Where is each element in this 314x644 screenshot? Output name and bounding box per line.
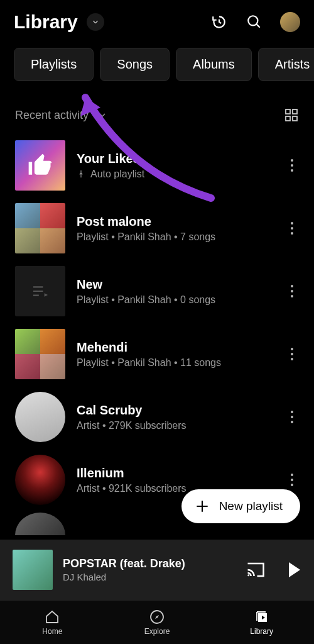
more-button[interactable] bbox=[285, 474, 299, 486]
thumbnail bbox=[15, 513, 65, 535]
list-item[interactable]: Mehendi Playlist • Pankil Shah • 11 song… bbox=[0, 323, 314, 386]
thumbs-up-icon bbox=[26, 152, 54, 179]
plus-icon bbox=[194, 498, 210, 514]
item-title: Your Likes bbox=[77, 152, 274, 166]
item-subtitle: Playlist • Pankil Shah • 0 songs bbox=[77, 294, 274, 306]
mini-player-info: POPSTAR (feat. Drake) DJ Khaled bbox=[63, 557, 236, 582]
grid-icon bbox=[284, 108, 299, 123]
nav-home[interactable]: Home bbox=[0, 601, 105, 644]
page-title: Library bbox=[14, 11, 78, 33]
svg-rect-1 bbox=[286, 109, 290, 114]
avatar[interactable] bbox=[280, 12, 300, 32]
bottom-nav: Home Explore Library bbox=[0, 600, 314, 644]
list-item[interactable]: Post malone Playlist • Pankil Shah • 7 s… bbox=[0, 197, 314, 260]
svg-rect-2 bbox=[293, 109, 297, 114]
filter-tabs: Playlists Songs Albums Artists bbox=[0, 40, 314, 90]
playlist-icon bbox=[31, 284, 49, 298]
more-button[interactable] bbox=[285, 348, 299, 360]
list-item[interactable]: New Playlist • Pankil Shah • 0 songs bbox=[0, 260, 314, 323]
svg-point-0 bbox=[248, 16, 257, 25]
more-button[interactable] bbox=[285, 285, 299, 297]
nav-library[interactable]: Library bbox=[209, 601, 314, 644]
history-icon bbox=[211, 13, 227, 31]
play-icon bbox=[286, 561, 301, 579]
mini-player[interactable]: POPSTAR (feat. Drake) DJ Khaled bbox=[0, 540, 314, 600]
nav-explore[interactable]: Explore bbox=[105, 601, 210, 644]
fab-label: New playlist bbox=[219, 499, 283, 513]
tab-songs[interactable]: Songs bbox=[100, 48, 170, 81]
more-button[interactable] bbox=[285, 159, 299, 172]
item-info: Your Likes Auto playlist bbox=[77, 152, 274, 180]
list-item[interactable]: Cal Scruby Artist • 279K subscribers bbox=[0, 386, 314, 448]
mini-player-art bbox=[13, 550, 53, 590]
chevron-down-icon bbox=[97, 110, 107, 120]
title-dropdown[interactable] bbox=[87, 13, 104, 31]
history-button[interactable] bbox=[211, 14, 227, 30]
thumbnail bbox=[15, 203, 65, 253]
sort-label[interactable]: Recent activity bbox=[15, 109, 89, 122]
item-title: Mehendi bbox=[77, 340, 274, 355]
list-item[interactable]: Your Likes Auto playlist bbox=[0, 134, 314, 197]
item-info: Post malone Playlist • Pankil Shah • 7 s… bbox=[77, 214, 274, 243]
library-list: Your Likes Auto playlist Post malone Pla… bbox=[0, 129, 314, 540]
more-button[interactable] bbox=[285, 411, 299, 423]
thumbnail bbox=[15, 329, 65, 379]
item-subtitle: Auto playlist bbox=[77, 169, 274, 180]
home-icon bbox=[45, 609, 60, 625]
thumbnail bbox=[15, 140, 65, 191]
item-info: Mehendi Playlist • Pankil Shah • 11 song… bbox=[77, 340, 274, 369]
svg-rect-4 bbox=[293, 116, 297, 121]
play-button[interactable] bbox=[286, 561, 301, 579]
item-subtitle: Artist • 279K subscribers bbox=[77, 420, 274, 431]
nav-label: Explore bbox=[144, 627, 170, 636]
item-title: New bbox=[77, 277, 274, 292]
nav-label: Home bbox=[42, 627, 62, 636]
pin-icon bbox=[77, 170, 85, 179]
tab-artists[interactable]: Artists bbox=[258, 48, 314, 81]
cast-icon bbox=[246, 562, 265, 578]
svg-point-5 bbox=[247, 574, 249, 576]
mini-player-title: POPSTAR (feat. Drake) bbox=[63, 557, 236, 570]
tab-playlists[interactable]: Playlists bbox=[14, 48, 94, 81]
new-playlist-fab[interactable]: New playlist bbox=[181, 489, 300, 523]
tab-albums[interactable]: Albums bbox=[176, 48, 252, 81]
search-icon bbox=[246, 14, 263, 30]
item-info: Cal Scruby Artist • 279K subscribers bbox=[77, 403, 274, 431]
mini-player-artist: DJ Khaled bbox=[63, 572, 236, 582]
thumbnail bbox=[15, 455, 65, 505]
item-title: Cal Scruby bbox=[77, 403, 274, 418]
item-subtitle: Playlist • Pankil Shah • 11 songs bbox=[77, 357, 274, 369]
grid-view-button[interactable] bbox=[284, 108, 299, 123]
sort-row: Recent activity bbox=[0, 90, 314, 129]
nav-label: Library bbox=[250, 627, 273, 636]
compass-icon bbox=[149, 609, 165, 625]
search-button[interactable] bbox=[246, 14, 263, 30]
library-icon bbox=[254, 609, 269, 625]
item-title: Illenium bbox=[77, 466, 274, 480]
item-info: New Playlist • Pankil Shah • 0 songs bbox=[77, 277, 274, 306]
header: Library bbox=[0, 0, 314, 40]
more-button[interactable] bbox=[285, 222, 299, 235]
cast-button[interactable] bbox=[246, 562, 265, 578]
chevron-down-icon bbox=[91, 18, 100, 26]
item-title: Post malone bbox=[77, 214, 274, 229]
item-subtitle: Playlist • Pankil Shah • 7 songs bbox=[77, 231, 274, 243]
thumbnail bbox=[15, 266, 65, 316]
svg-rect-3 bbox=[286, 116, 290, 121]
thumbnail bbox=[15, 392, 65, 442]
